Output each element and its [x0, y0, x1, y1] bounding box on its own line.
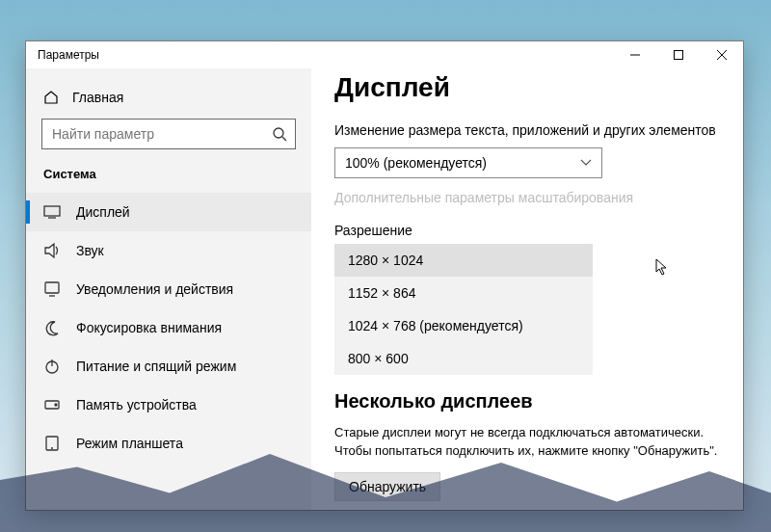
sidebar-item-label: Память устройства [76, 397, 197, 412]
notifications-icon [43, 280, 61, 298]
page-title: Дисплей [334, 72, 720, 103]
sidebar-section-header: Система [26, 163, 311, 193]
maximize-button[interactable] [656, 41, 700, 68]
close-button[interactable] [700, 41, 743, 68]
svg-point-12 [55, 404, 57, 406]
multiple-displays-title: Несколько дисплеев [334, 390, 720, 412]
advanced-scaling-link: Дополнительные параметры масштабирования [334, 190, 720, 205]
svg-rect-8 [45, 282, 59, 293]
sidebar-item-label: Дисплей [76, 204, 130, 220]
resolution-option[interactable]: 1152 × 864 [334, 277, 593, 309]
sidebar-item-power[interactable]: Питание и спящий режим [26, 347, 311, 386]
minimize-button[interactable] [613, 41, 656, 68]
display-icon [43, 203, 61, 221]
scale-dropdown[interactable]: 100% (рекомендуется) [334, 147, 602, 178]
resolution-label: Разрешение [334, 223, 720, 238]
home-icon [43, 90, 59, 105]
window-body: Главная Система Дисплей Звук [26, 68, 743, 510]
focus-icon [43, 319, 61, 336]
svg-rect-1 [674, 51, 682, 60]
sidebar-item-tablet[interactable]: Режим планшета [26, 424, 311, 463]
sidebar-item-label: Звук [76, 243, 104, 258]
svg-rect-6 [44, 206, 60, 216]
sidebar-home[interactable]: Главная [26, 84, 311, 119]
chevron-down-icon [580, 158, 592, 169]
tablet-icon [43, 435, 61, 452]
sidebar: Главная Система Дисплей Звук [26, 68, 311, 510]
sidebar-item-label: Уведомления и действия [76, 281, 233, 297]
sidebar-item-focus[interactable]: Фокусировка внимания [26, 308, 311, 347]
scale-label: Изменение размера текста, приложений и д… [334, 122, 720, 138]
search-input[interactable] [52, 126, 272, 142]
resolution-option[interactable]: 800 × 600 [334, 342, 593, 375]
search-box[interactable] [41, 119, 296, 149]
settings-window: Параметры Главная [25, 40, 744, 511]
search-icon [272, 126, 287, 142]
svg-point-4 [274, 128, 283, 138]
detect-button[interactable]: Обнаружить [334, 472, 440, 501]
power-icon [43, 358, 61, 375]
sound-icon [43, 242, 61, 259]
sidebar-item-storage[interactable]: Память устройства [26, 386, 311, 424]
titlebar: Параметры [26, 41, 743, 68]
sidebar-item-display[interactable]: Дисплей [26, 193, 311, 231]
sidebar-item-notifications[interactable]: Уведомления и действия [26, 270, 311, 308]
sidebar-home-label: Главная [72, 90, 123, 105]
sidebar-item-sound[interactable]: Звук [26, 231, 311, 270]
resolution-option[interactable]: 1024 × 768 (рекомендуется) [334, 309, 593, 342]
sidebar-item-label: Фокусировка внимания [76, 320, 222, 335]
resolution-dropdown-list[interactable]: 1280 × 1024 1152 × 864 1024 × 768 (реком… [334, 244, 593, 375]
sidebar-item-label: Режим планшета [76, 436, 183, 451]
multiple-displays-description: Старые дисплеи могут не всегда подключат… [334, 424, 720, 461]
main-content: Дисплей Изменение размера текста, прилож… [311, 68, 743, 510]
window-controls [613, 41, 743, 68]
resolution-option[interactable]: 1280 × 1024 [334, 244, 593, 277]
sidebar-item-label: Питание и спящий режим [76, 359, 236, 374]
storage-icon [43, 396, 61, 413]
scale-value: 100% (рекомендуется) [345, 155, 487, 171]
svg-line-5 [282, 137, 286, 141]
window-title: Параметры [38, 48, 99, 62]
